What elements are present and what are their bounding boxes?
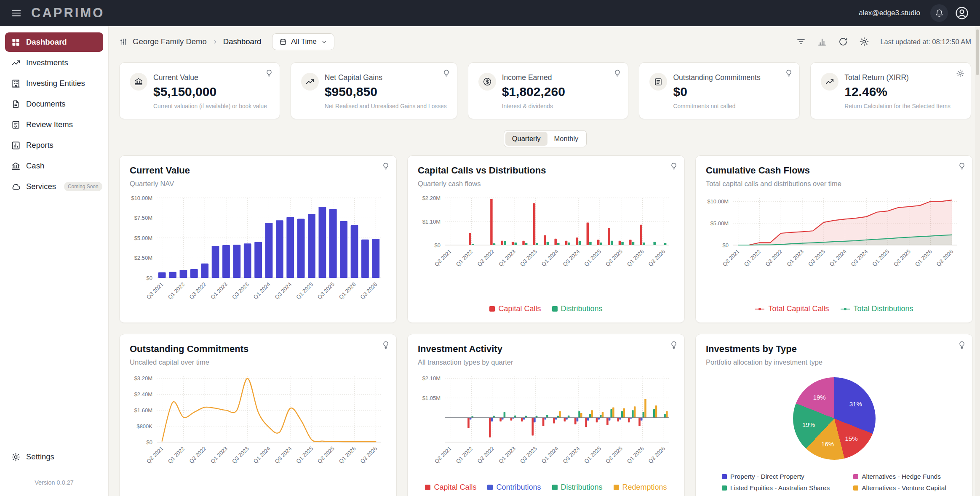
svg-text:Q3 2024: Q3 2024 (850, 248, 869, 268)
toggle-quarterly[interactable]: Quarterly (505, 132, 547, 146)
chart-title: Cumulative Cash Flows (706, 165, 962, 176)
svg-text:Q1 2023: Q1 2023 (209, 445, 229, 465)
legend-alternatives-venture-capital[interactable]: Alternatives - Venture Capital (853, 484, 946, 492)
svg-text:Q1 2022: Q1 2022 (455, 445, 474, 465)
lightbulb-icon[interactable] (382, 341, 390, 349)
toggle-monthly[interactable]: Monthly (547, 132, 585, 146)
lightbulb-icon[interactable] (265, 69, 273, 77)
chart-card-investment-activity: Investment ActivityAll transaction types… (407, 334, 685, 496)
legend-total-capital-calls[interactable]: Total Capital Calls (755, 304, 829, 313)
chart-column-icon[interactable] (817, 37, 827, 47)
svg-text:Q3 2023: Q3 2023 (231, 445, 250, 465)
lightbulb-icon[interactable] (613, 69, 622, 77)
gear-icon[interactable] (956, 69, 964, 77)
date-filter-label: All Time (291, 37, 316, 46)
svg-text:Q1 2024: Q1 2024 (252, 281, 272, 301)
bank-icon (130, 73, 147, 91)
lightbulb-icon[interactable] (670, 341, 678, 349)
sidebar-item-label: Investing Entities (26, 79, 85, 88)
user-email: alex@edge3.studio (859, 9, 920, 17)
legend-total-distributions[interactable]: Total Distributions (840, 304, 913, 313)
last-updated-label: Last updated at: 08:12:50 AM (880, 38, 971, 46)
svg-text:Q1 2025: Q1 2025 (583, 445, 602, 465)
account-button[interactable] (955, 6, 969, 20)
chart-investment-activity: $1.05M$2.10MQ3 2021Q1 2022Q3 2022Q1 2023… (418, 372, 674, 469)
period-toggle-row: QuarterlyMonthly (119, 130, 971, 147)
chevron-down-icon (321, 39, 327, 45)
sidebar-item-investing-entities[interactable]: Investing Entities (5, 74, 103, 93)
chart-legend: Capital CallsDistributions (418, 304, 674, 313)
vertical-scrollbar[interactable] (975, 26, 980, 496)
svg-text:Q1 2022: Q1 2022 (167, 281, 186, 301)
sidebar-item-label: Documents (26, 99, 66, 109)
chart-title: Outstanding Commitments (130, 344, 386, 355)
sidebar-item-services[interactable]: ServicesComing Soon (5, 177, 103, 196)
gear-icon (11, 452, 21, 462)
chart-title: Capital Calls vs Distributions (418, 165, 674, 176)
lightbulb-icon[interactable] (785, 69, 793, 77)
legend-listed-equities-australian-shares[interactable]: Listed Equities - Australian Shares (722, 484, 830, 492)
legend-capital-calls[interactable]: Capital Calls (425, 483, 476, 492)
kpi-card-current-value: Current Value$5,150,000Current valuation… (119, 62, 280, 119)
date-filter-button[interactable]: All Time (272, 33, 334, 50)
svg-text:Q1 2022: Q1 2022 (743, 248, 762, 268)
breadcrumb-root[interactable]: George Family Demo (133, 37, 207, 46)
legend-distributions[interactable]: Distributions (552, 304, 603, 313)
sidebar-item-label: Dashboard (26, 37, 67, 47)
sidebar: DashboardInvestmentsInvesting EntitiesDo… (0, 26, 109, 496)
svg-text:Q3 2026: Q3 2026 (647, 248, 667, 268)
chart-capital-calls-vs-distributions: $0$1.10M$2.20MQ3 2021Q1 2022Q3 2022Q1 20… (418, 194, 674, 272)
sidebar-item-dashboard[interactable]: Dashboard (5, 32, 103, 52)
svg-text:$2.10M: $2.10M (422, 375, 441, 381)
kpi-label: Current Value (153, 73, 216, 82)
legend-alternatives-hedge-funds[interactable]: Alternatives - Hedge Funds (853, 473, 946, 480)
sidebar-item-cash[interactable]: Cash (5, 156, 103, 176)
chart-subtitle: All transaction types by quarter (418, 358, 674, 366)
lightbulb-icon[interactable] (958, 162, 966, 171)
legend-property-direct-property[interactable]: Property - Direct Property (722, 473, 830, 480)
sidebar-item-settings[interactable]: Settings (5, 447, 103, 467)
chart-outstanding-commitments: $0$800K$1.60M$2.40M$3.20MQ3 2021Q1 2022Q… (130, 372, 386, 469)
lightbulb-icon[interactable] (442, 69, 451, 77)
refresh-icon[interactable] (838, 37, 848, 47)
building-icon (11, 79, 21, 88)
svg-text:Q1 2023: Q1 2023 (497, 445, 517, 465)
trending-up-icon (821, 73, 838, 91)
svg-text:Q1 2026: Q1 2026 (626, 248, 645, 268)
svg-text:Q1 2023: Q1 2023 (785, 248, 805, 268)
svg-text:$2.40M: $2.40M (134, 391, 152, 397)
svg-text:$0: $0 (723, 242, 729, 248)
kpi-card-outstanding-commitments: Outstanding Commitments$0Commitments not… (639, 62, 800, 119)
dollar-icon (478, 73, 496, 91)
sidebar-item-investments[interactable]: Investments (5, 53, 103, 72)
scrollbar-thumb[interactable] (976, 29, 979, 75)
legend-contributions[interactable]: Contributions (487, 483, 541, 492)
menu-button[interactable] (11, 8, 22, 19)
lightbulb-icon[interactable] (382, 162, 390, 171)
kpi-description: Current valuation (if available) or book… (153, 103, 270, 109)
legend-distributions[interactable]: Distributions (552, 483, 603, 492)
sidebar-item-review-items[interactable]: Review Items (5, 115, 103, 134)
svg-text:$2.20M: $2.20M (422, 195, 441, 201)
legend-capital-calls[interactable]: Capital Calls (489, 304, 541, 313)
notifications-button[interactable] (930, 4, 948, 22)
kpi-value: $950,850 (325, 85, 382, 99)
sliders-icon[interactable] (119, 37, 128, 46)
sidebar-item-label: Settings (26, 452, 54, 461)
svg-text:Q1 2024: Q1 2024 (252, 445, 272, 465)
filter-icon[interactable] (796, 37, 806, 47)
svg-text:Q3 2026: Q3 2026 (359, 445, 379, 465)
svg-text:Q3 2023: Q3 2023 (231, 281, 250, 301)
legend-redemptions[interactable]: Redemptions (614, 483, 667, 492)
bank-icon (11, 161, 21, 171)
sidebar-item-reports[interactable]: Reports (5, 136, 103, 155)
chart-title: Investments by Type (706, 344, 962, 355)
svg-text:$0: $0 (147, 275, 152, 281)
svg-text:Q1 2026: Q1 2026 (338, 281, 357, 301)
chart-subtitle: Uncalled capital over time (130, 358, 386, 366)
gear-icon[interactable] (859, 37, 869, 47)
sidebar-item-documents[interactable]: Documents (5, 94, 103, 114)
lightbulb-icon[interactable] (958, 341, 966, 349)
svg-text:Q3 2021: Q3 2021 (433, 445, 453, 465)
lightbulb-icon[interactable] (670, 162, 678, 171)
